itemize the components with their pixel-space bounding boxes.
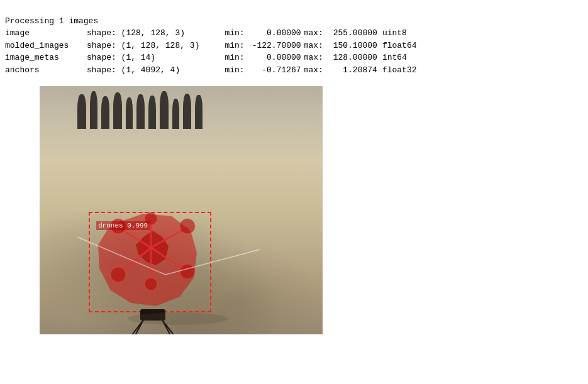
- person-silhouette: [101, 96, 109, 129]
- person-silhouette: [148, 96, 156, 129]
- row-max-label: max:: [304, 64, 326, 77]
- row-max-label: max:: [304, 40, 326, 52]
- drone-body-svg: [121, 306, 184, 334]
- row-label: image: [5, 27, 87, 40]
- table-row: image_metas shape: (1, 14) min: 0.00000 …: [5, 52, 416, 64]
- row-max-label: max:: [304, 52, 326, 64]
- row-min-val: -122.70000: [247, 40, 304, 52]
- person-silhouette: [172, 99, 179, 129]
- row-max-val: 150.10000: [326, 40, 382, 52]
- person-silhouette: [160, 91, 169, 129]
- detection-image: drones 0.999: [40, 86, 323, 334]
- row-dtype: float64: [382, 40, 417, 52]
- row-shape: shape: (1, 4092, 4): [87, 64, 225, 77]
- row-min-label: min:: [225, 40, 247, 52]
- row-max-val: 255.00000: [326, 27, 382, 40]
- row-min-label: min:: [225, 52, 247, 64]
- row-shape: shape: (128, 128, 3): [87, 27, 225, 40]
- row-max-val: 1.20874: [326, 64, 382, 77]
- svg-rect-14: [140, 309, 165, 321]
- row-shape: shape: (1, 128, 128, 3): [87, 40, 225, 52]
- row-max-label: max:: [304, 27, 326, 40]
- data-table: image shape: (128, 128, 3) min: 0.00000 …: [5, 27, 416, 76]
- row-min-val: 0.00000: [247, 27, 304, 40]
- svg-line-15: [128, 320, 143, 334]
- person-silhouette: [77, 94, 86, 129]
- row-min-label: min:: [225, 64, 247, 77]
- people-silhouettes: [77, 91, 202, 129]
- row-shape: shape: (1, 14): [87, 52, 225, 64]
- table-row: image shape: (128, 128, 3) min: 0.00000 …: [5, 27, 416, 40]
- row-dtype: float32: [382, 64, 417, 77]
- person-silhouette: [90, 91, 97, 129]
- row-dtype: uint8: [382, 27, 417, 40]
- table-row: molded_images shape: (1, 128, 128, 3) mi…: [5, 40, 416, 52]
- row-label: image_metas: [5, 52, 87, 64]
- row-min-val: 0.00000: [247, 52, 304, 64]
- person-silhouette: [183, 94, 191, 129]
- row-dtype: int64: [382, 52, 417, 64]
- person-silhouette: [195, 95, 202, 129]
- table-row: anchors shape: (1, 4092, 4) min: -0.7126…: [5, 64, 416, 77]
- row-min-val: -0.71267: [247, 64, 304, 77]
- console-output: Processing 1 images: [5, 3, 583, 27]
- svg-line-16: [162, 320, 178, 334]
- detection-label: drones 0.999: [96, 221, 150, 230]
- processing-header: Processing 1 images: [5, 16, 98, 26]
- row-label: anchors: [5, 64, 87, 77]
- row-label: molded_images: [5, 40, 87, 52]
- row-min-label: min:: [225, 27, 247, 40]
- person-silhouette: [113, 92, 122, 129]
- person-silhouette: [126, 97, 133, 129]
- person-silhouette: [136, 94, 145, 129]
- row-max-val: 128.00000: [326, 52, 382, 64]
